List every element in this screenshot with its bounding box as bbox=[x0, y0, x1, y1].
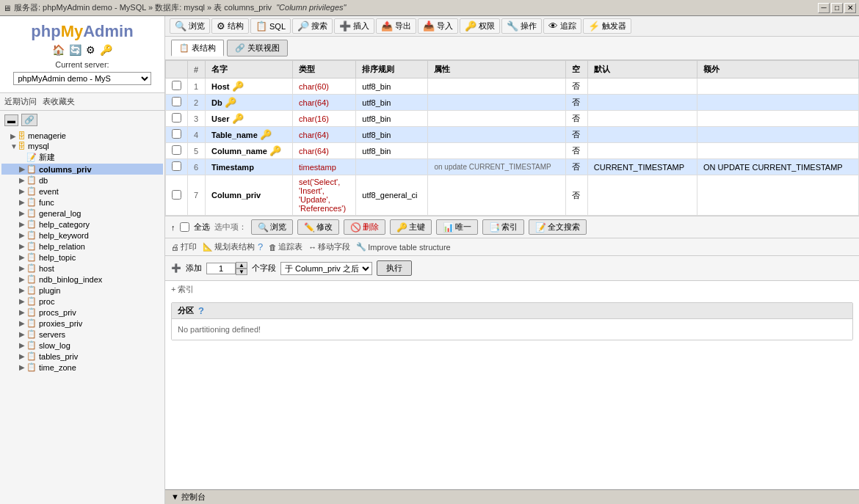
toggle-icon[interactable]: ▶ bbox=[19, 275, 26, 283]
unique-button[interactable]: 📊 唯一 bbox=[436, 219, 478, 235]
track-button[interactable]: 👁 追踪 bbox=[543, 18, 581, 34]
sidebar-item-proc[interactable]: ▶ 📋 proc bbox=[1, 296, 163, 307]
delete-button[interactable]: 🚫 删除 bbox=[344, 219, 385, 235]
search-button[interactable]: 🔎 搜索 bbox=[292, 18, 333, 34]
track-table-link[interactable]: 🗑 追踪表 bbox=[269, 241, 302, 252]
toggle-icon[interactable]: ▶ bbox=[19, 176, 26, 184]
triggers-button[interactable]: ⚡ 触发器 bbox=[583, 18, 631, 34]
row-checkbox[interactable] bbox=[172, 129, 181, 139]
sidebar-item-host[interactable]: ▶ 📋 host bbox=[1, 263, 163, 274]
improve-structure-link[interactable]: 🔧 Improve table structure bbox=[356, 242, 451, 252]
modify-button[interactable]: ✏️ 修改 bbox=[297, 219, 339, 235]
toggle-icon[interactable]: ▶ bbox=[10, 132, 18, 140]
sidebar-item-mysql[interactable]: ▼ 🗄 mysql bbox=[1, 141, 163, 151]
print-link[interactable]: 🖨 打印 bbox=[171, 241, 197, 252]
key-icon[interactable]: 🔑 bbox=[100, 44, 112, 56]
spinner-up[interactable]: ▲ bbox=[236, 262, 247, 269]
table-row: 6 Timestamp timestamp on update CURRENT_… bbox=[166, 159, 859, 175]
close-button[interactable]: ✕ bbox=[844, 3, 856, 13]
field-count-input[interactable] bbox=[206, 263, 236, 274]
refresh-icon[interactable]: 🔄 bbox=[69, 44, 81, 56]
home-icon[interactable]: 🏠 bbox=[52, 44, 65, 56]
sidebar-item-help-category[interactable]: ▶ 📋 help_category bbox=[1, 219, 163, 230]
sidebar-item-new[interactable]: 📝 新建 bbox=[1, 151, 163, 164]
favorites-link[interactable]: 表收藏夹 bbox=[43, 96, 75, 107]
row-default bbox=[587, 127, 697, 143]
sidebar-item-help-keyword[interactable]: ▶ 📋 help_keyword bbox=[1, 230, 163, 241]
toggle-icon[interactable]: ▶ bbox=[19, 363, 26, 371]
toggle-icon[interactable]: ▶ bbox=[19, 297, 26, 305]
fulltext-button[interactable]: 📝 全文搜索 bbox=[529, 219, 587, 235]
sidebar-item-event[interactable]: ▶ 📋 event bbox=[1, 186, 163, 197]
maximize-button[interactable]: □ bbox=[831, 3, 843, 13]
toggle-icon[interactable]: ▶ bbox=[19, 231, 26, 239]
browse-button[interactable]: 🔍 浏览 bbox=[170, 18, 210, 34]
toggle-icon[interactable]: ▶ bbox=[19, 253, 26, 261]
title-bar-right[interactable]: ─ □ ✕ bbox=[818, 3, 856, 13]
sidebar-item-servers[interactable]: ▶ 📋 servers bbox=[1, 329, 163, 340]
sql-button[interactable]: 📋 SQL bbox=[250, 18, 291, 34]
server-select[interactable]: phpMyAdmin demo - MyS bbox=[13, 72, 151, 85]
sidebar-item-procs-priv[interactable]: ▶ 📋 procs_priv bbox=[1, 307, 163, 318]
sidebar-item-help-relation[interactable]: ▶ 📋 help_relation bbox=[1, 241, 163, 252]
row-checkbox[interactable] bbox=[172, 97, 181, 106]
sidebar-item-func[interactable]: ▶ 📋 func bbox=[1, 197, 163, 208]
toggle-icon[interactable]: ▶ bbox=[19, 330, 26, 338]
sidebar-item-proxies-priv[interactable]: ▶ 📋 proxies_priv bbox=[1, 318, 163, 329]
row-checkbox[interactable] bbox=[172, 190, 181, 200]
help-icon[interactable]: ? bbox=[258, 241, 263, 252]
toggle-icon[interactable]: ▶ bbox=[19, 264, 26, 272]
sidebar-item-help-topic[interactable]: ▶ 📋 help_topic bbox=[1, 252, 163, 263]
toggle-icon[interactable]: ▶ bbox=[19, 352, 26, 360]
export-button[interactable]: 📤 导出 bbox=[376, 18, 416, 34]
sidebar-item-menagerie[interactable]: ▶ 🗄 menagerie bbox=[1, 131, 163, 141]
propose-structure-link[interactable]: 📐 规划表结构 ? bbox=[203, 241, 263, 252]
toggle-icon[interactable]: ▶ bbox=[19, 220, 26, 228]
minimize-button[interactable]: ─ bbox=[818, 3, 830, 13]
row-checkbox[interactable] bbox=[172, 145, 181, 155]
toggle-icon[interactable]: ▶ bbox=[19, 242, 26, 250]
toggle-icon[interactable]: ▼ bbox=[10, 142, 18, 150]
toggle-icon[interactable]: ▶ bbox=[19, 319, 26, 327]
add-index-link[interactable]: + 索引 bbox=[171, 285, 194, 293]
check-all-checkbox[interactable] bbox=[180, 222, 189, 232]
execute-button[interactable]: 执行 bbox=[377, 260, 412, 276]
index-button[interactable]: 📑 索引 bbox=[482, 219, 524, 235]
sidebar-item-general-log[interactable]: ▶ 📋 general_log bbox=[1, 208, 163, 219]
operations-button[interactable]: 🔧 操作 bbox=[501, 18, 542, 34]
sidebar-item-plugin[interactable]: ▶ 📋 plugin bbox=[1, 285, 163, 296]
settings-icon[interactable]: ⚙ bbox=[86, 44, 95, 56]
sidebar-item-tables-priv[interactable]: ▶ 📋 tables_priv bbox=[1, 351, 163, 362]
toggle-icon[interactable]: ▶ bbox=[19, 209, 26, 217]
sidebar-item-columns-priv[interactable]: ▶ 📋 columns_priv bbox=[1, 164, 163, 175]
sidebar-item-db[interactable]: ▶ 📋 db bbox=[1, 175, 163, 186]
insert-button[interactable]: ➕ 插入 bbox=[334, 18, 374, 34]
structure-button[interactable]: ⚙ 结构 bbox=[211, 18, 249, 34]
primary-key-button[interactable]: 🔑 主键 bbox=[390, 219, 432, 235]
recent-link[interactable]: 近期访问 bbox=[4, 96, 37, 107]
position-select[interactable]: 于 Column_priv 之后 于开头 于末尾 bbox=[280, 262, 372, 275]
move-columns-link[interactable]: ↔ 移动字段 bbox=[308, 241, 350, 252]
toggle-icon[interactable]: ▶ bbox=[19, 341, 26, 349]
toggle-icon[interactable]: ▶ bbox=[19, 308, 26, 316]
sidebar-item-ndb-binlog-index[interactable]: ▶ 📋 ndb_binlog_index bbox=[1, 274, 163, 285]
spinner-down[interactable]: ▼ bbox=[236, 269, 247, 275]
collapse-button[interactable]: ▬ bbox=[4, 114, 18, 126]
toggle-icon[interactable]: ▶ bbox=[19, 187, 26, 195]
row-checkbox[interactable] bbox=[172, 81, 181, 90]
toggle-icon[interactable]: ▶ bbox=[19, 198, 26, 206]
toggle-icon[interactable]: ▶ bbox=[19, 165, 26, 173]
row-checkbox[interactable] bbox=[172, 113, 181, 123]
sidebar-item-time-zone[interactable]: ▶ 📋 time_zone bbox=[1, 362, 163, 373]
sidebar-item-slow-log[interactable]: ▶ 📋 slow_log bbox=[1, 340, 163, 351]
import-button[interactable]: 📥 导入 bbox=[418, 18, 458, 34]
toggle-icon[interactable]: ▶ bbox=[19, 286, 26, 294]
partition-help-icon[interactable]: ? bbox=[198, 305, 204, 316]
privileges-button[interactable]: 🔑 权限 bbox=[460, 18, 500, 34]
tab-relation-view[interactable]: 🔗 关联视图 bbox=[227, 40, 288, 56]
link-button[interactable]: 🔗 bbox=[21, 114, 37, 126]
browse-selected-button[interactable]: 🔍 浏览 bbox=[251, 219, 293, 235]
tab-table-structure[interactable]: 📋 表结构 bbox=[171, 40, 224, 56]
row-checkbox[interactable] bbox=[172, 161, 181, 171]
table-icon: 📋 bbox=[26, 230, 37, 240]
